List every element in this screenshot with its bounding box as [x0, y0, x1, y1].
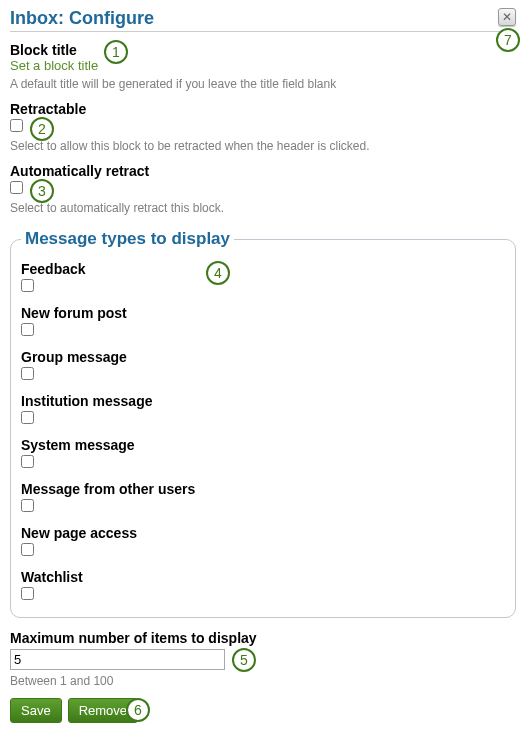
auto-retract-label: Automatically retract [10, 163, 516, 179]
auto-retract-checkbox[interactable] [10, 181, 23, 194]
save-button[interactable]: Save [10, 698, 62, 723]
close-button[interactable]: ✕ [498, 8, 516, 26]
max-items-help: Between 1 and 100 [10, 674, 516, 688]
msg-type-label: System message [21, 437, 505, 453]
msg-type-checkbox-message-from-other-users[interactable] [21, 499, 34, 512]
close-icon: ✕ [502, 10, 512, 24]
annotation-5: 5 [232, 648, 256, 672]
block-title-help: A default title will be generated if you… [10, 77, 516, 91]
msg-type-label: Watchlist [21, 569, 505, 585]
message-types-fieldset: Message types to display 4 Feedback New … [10, 229, 516, 618]
msg-type-checkbox-new-page-access[interactable] [21, 543, 34, 556]
auto-retract-help: Select to automatically retract this blo… [10, 201, 516, 215]
page-title: Inbox: Configure [10, 8, 154, 29]
retractable-checkbox[interactable] [10, 119, 23, 132]
block-title-label: Block title [10, 42, 516, 58]
max-items-label: Maximum number of items to display [10, 630, 516, 646]
annotation-3: 3 [30, 179, 54, 203]
msg-type-label: New page access [21, 525, 505, 541]
msg-type-checkbox-feedback[interactable] [21, 279, 34, 292]
retractable-label: Retractable [10, 101, 516, 117]
max-items-input[interactable] [10, 649, 225, 670]
msg-type-label: Group message [21, 349, 505, 365]
msg-type-checkbox-system-message[interactable] [21, 455, 34, 468]
retractable-help: Select to allow this block to be retract… [10, 139, 516, 153]
msg-type-label: Institution message [21, 393, 505, 409]
remove-button[interactable]: Remove [68, 698, 138, 723]
set-block-title-link[interactable]: Set a block title [10, 58, 98, 73]
msg-type-checkbox-watchlist[interactable] [21, 587, 34, 600]
msg-type-label: New forum post [21, 305, 505, 321]
msg-type-checkbox-institution-message[interactable] [21, 411, 34, 424]
msg-type-checkbox-group-message[interactable] [21, 367, 34, 380]
msg-type-label: Message from other users [21, 481, 505, 497]
msg-type-label: Feedback [21, 261, 505, 277]
message-types-legend: Message types to display [21, 229, 234, 249]
msg-type-checkbox-new-forum-post[interactable] [21, 323, 34, 336]
annotation-2: 2 [30, 117, 54, 141]
